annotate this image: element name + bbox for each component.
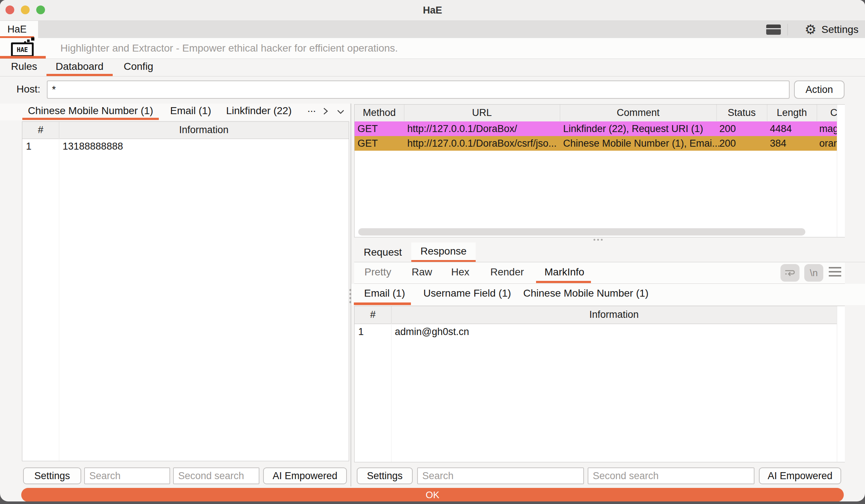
col-url-header[interactable]: URL: [404, 105, 560, 121]
left-result-tabs: Chinese Mobile Number (1) Email (1) Link…: [0, 104, 350, 120]
nav-tabs: Rules Databoard Config: [0, 59, 865, 76]
tab-hae-label: HaE: [0, 21, 34, 38]
col-method-header[interactable]: Method: [355, 105, 404, 121]
left-col-info-header[interactable]: Information: [59, 122, 349, 138]
host-row: Host: Action: [0, 76, 865, 102]
word-wrap-toggle[interactable]: [780, 264, 800, 282]
left-info-table: # Information 1 13188888888: [22, 121, 349, 461]
col-status-header[interactable]: Status: [716, 105, 767, 121]
mark-col-index-header[interactable]: #: [355, 306, 391, 323]
hae-logo-icon: HAE: [11, 38, 40, 59]
editor-tabs-separator: [354, 262, 865, 262]
left-row-info: 13188888888: [63, 139, 123, 154]
host-input[interactable]: [47, 80, 790, 99]
tab-request[interactable]: Request: [364, 242, 402, 262]
status-bar: OK: [21, 488, 844, 501]
mode-hex[interactable]: Hex: [451, 263, 469, 281]
mode-raw[interactable]: Raw: [412, 263, 432, 281]
left-tab-linkfinder[interactable]: Linkfinder (22): [226, 104, 292, 118]
nav-tab-rules[interactable]: Rules: [11, 59, 37, 74]
mark-tab-username-field[interactable]: Username Field (1): [423, 284, 511, 302]
right-ai-empowered-button[interactable]: AI Empowered: [759, 467, 841, 484]
mark-row-index: 1: [358, 324, 364, 340]
left-second-search-input[interactable]: [173, 467, 259, 484]
col-comment-header[interactable]: Comment: [560, 105, 716, 121]
mode-markinfo[interactable]: MarkInfo: [544, 263, 584, 281]
banner-active-underline: [0, 56, 46, 59]
left-tab-chinese-mobile-number[interactable]: Chinese Mobile Number (1): [22, 104, 159, 118]
cell-comment: Chinese Mobile Number (1), Emai...: [563, 136, 720, 151]
host-label: Host:: [16, 80, 40, 98]
cell-length: 384: [770, 136, 786, 151]
window-layout-icon[interactable]: [766, 25, 781, 35]
settings-menu-label[interactable]: Settings: [821, 21, 858, 38]
markinfo-table-header: # Information: [355, 306, 837, 324]
cell-length: 4484: [770, 121, 792, 136]
requests-table: Method URL Comment Status Length C GET h…: [354, 104, 845, 237]
extension-tabstrip: HaE ⚙ Settings: [0, 21, 865, 38]
left-tab-email[interactable]: Email (1): [170, 104, 211, 118]
footer: Settings AI Empowered Settings AI Empowe…: [0, 465, 865, 487]
cell-color: magenta: [819, 121, 837, 136]
status-label: OK: [426, 489, 439, 501]
cell-status: 200: [719, 121, 736, 136]
cell-comment: Linkfinder (22), Request URI (1): [563, 121, 703, 136]
requests-table-header: Method URL Comment Status Length C: [355, 105, 837, 122]
right-settings-button[interactable]: Settings: [357, 467, 413, 484]
gear-icon[interactable]: ⚙: [805, 21, 816, 38]
vertical-scrollbar-track[interactable]: [837, 105, 845, 237]
markinfo-table-row[interactable]: 1 admin@gh0st.cn: [355, 324, 837, 340]
horizontal-scrollbar-thumb[interactable]: [358, 228, 805, 236]
editor-tabs: Request Response: [351, 242, 865, 262]
left-settings-button[interactable]: Settings: [23, 467, 81, 484]
tab-hae[interactable]: HaE: [0, 21, 38, 38]
mode-markinfo-underline: [536, 281, 591, 283]
cell-url: http://127.0.0.1/DoraBox/csrf/jso...: [407, 136, 557, 151]
nav-tab-config[interactable]: Config: [124, 59, 153, 74]
screen: HaE HaE ⚙ Settings HAE Highlighter and E…: [0, 0, 865, 504]
window-title: HaE: [0, 0, 865, 20]
cell-status: 200: [719, 136, 736, 151]
left-row-index: 1: [26, 139, 31, 154]
request-row-2[interactable]: GET http://127.0.0.1/DoraBox/csrf/jso...…: [355, 136, 837, 151]
left-table-row[interactable]: 1 13188888888: [22, 139, 349, 154]
left-info-table-header: # Information: [22, 122, 349, 139]
left-tab-more[interactable]: ...: [307, 101, 316, 116]
cell-color: orange: [819, 136, 837, 151]
nav-tab-databoard[interactable]: Databoard: [56, 59, 104, 74]
editor-mode-bar: Pretty Raw Hex Render MarkInfo \n: [354, 263, 845, 284]
request-row-1[interactable]: GET http://127.0.0.1/DoraBox/ Linkfinder…: [355, 121, 837, 136]
editor-menu-icon[interactable]: [829, 267, 841, 277]
tab-scroll-right-icon[interactable]: [321, 106, 330, 116]
cell-method: GET: [357, 121, 378, 136]
cell-url: http://127.0.0.1/DoraBox/: [407, 121, 517, 136]
left-col-index-header[interactable]: #: [22, 122, 59, 138]
right-search-input[interactable]: [417, 467, 584, 484]
newline-toggle[interactable]: \n: [804, 264, 823, 282]
banner-subtitle: Highlighter and Extractor - Empower ethi…: [60, 38, 398, 58]
col-color-header[interactable]: C: [830, 105, 838, 121]
cell-method: GET: [357, 136, 378, 151]
markinfo-tabs: Email (1) Username Field (1) Chinese Mob…: [351, 284, 865, 305]
left-search-input[interactable]: [84, 467, 170, 484]
left-ai-empowered-button[interactable]: AI Empowered: [263, 467, 347, 484]
markinfo-table: # Information 1 admin@gh0st.cn: [354, 306, 845, 462]
banner: HAE Highlighter and Extractor - Empower …: [0, 38, 865, 59]
mark-tab-chinese-mobile-number[interactable]: Chinese Mobile Number (1): [523, 284, 648, 302]
word-wrap-icon: [784, 267, 796, 278]
tab-response-label: Response: [411, 242, 476, 260]
tab-response[interactable]: Response: [411, 242, 476, 262]
mark-tab-active-underline: [354, 302, 411, 305]
vertical-splitter-handle[interactable]: [593, 239, 603, 241]
tabstrip-divider: [787, 24, 788, 35]
tab-list-chevron-down-icon[interactable]: [336, 107, 345, 117]
right-second-search-input[interactable]: [588, 467, 754, 484]
markinfo-vertical-scrollbar-track[interactable]: [837, 306, 845, 462]
action-button[interactable]: Action: [794, 80, 845, 99]
col-length-header[interactable]: Length: [767, 105, 817, 121]
mode-pretty[interactable]: Pretty: [364, 263, 391, 281]
left-body-col-divider: [59, 139, 59, 461]
mark-tab-email[interactable]: Email (1): [364, 284, 405, 302]
mode-render[interactable]: Render: [490, 263, 524, 281]
mark-col-info-header[interactable]: Information: [391, 306, 837, 323]
